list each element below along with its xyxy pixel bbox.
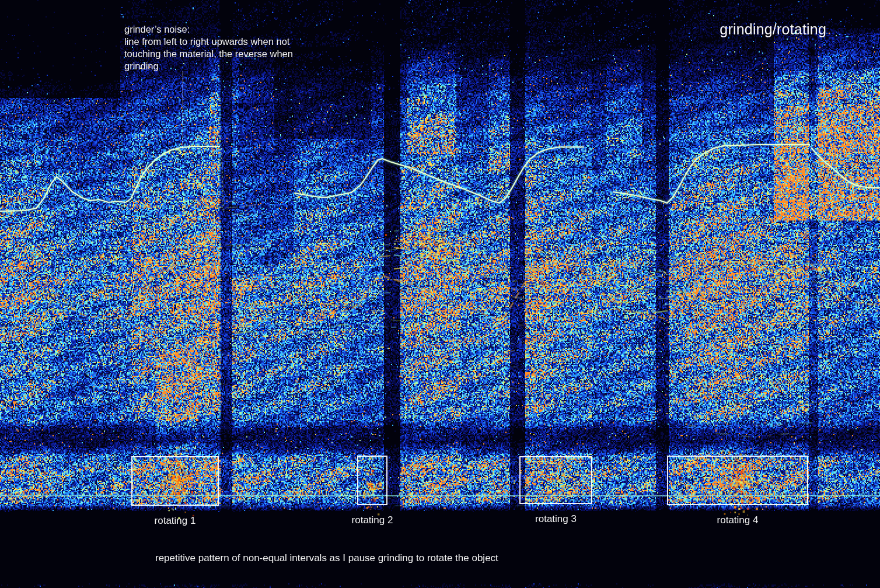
spectrogram-figure: grinder’s noise: line from left to right… <box>0 0 880 588</box>
spectrogram-canvas <box>0 0 880 588</box>
